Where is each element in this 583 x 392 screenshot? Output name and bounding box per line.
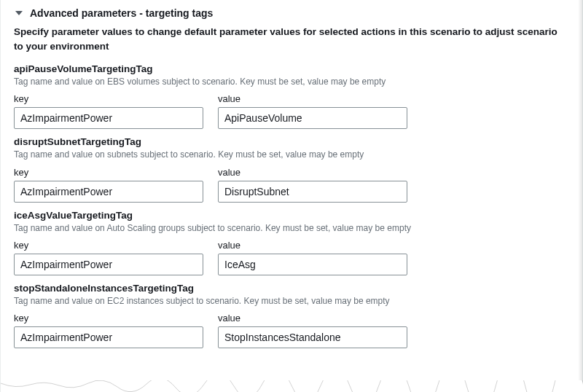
param-title: stopStandaloneInstancesTargetingTag [14, 283, 569, 294]
caret-down-icon [14, 8, 24, 18]
key-label: key [14, 240, 203, 251]
torn-edge-decoration [1, 380, 583, 392]
kv-row: key value [14, 240, 569, 275]
kv-row: key value [14, 313, 569, 348]
pane-shadow [578, 0, 582, 392]
kv-row: key value [14, 93, 569, 129]
svg-marker-0 [15, 11, 23, 15]
param-title: iceAsgValueTargetingTag [14, 210, 569, 221]
param-hint: Tag name and value on EC2 instances subj… [14, 295, 569, 307]
key-col: key [14, 93, 203, 129]
key-label: key [14, 167, 203, 178]
param-disruptSubnetTargetingTag: disruptSubnetTargetingTag Tag name and v… [14, 136, 569, 202]
value-input[interactable] [218, 107, 407, 129]
advanced-parameters-pane: Advanced parameters - targeting tags Spe… [0, 0, 583, 392]
value-label: value [218, 240, 407, 251]
value-input[interactable] [218, 181, 407, 203]
kv-row: key value [14, 167, 569, 203]
key-input[interactable] [14, 107, 203, 129]
param-title: disruptSubnetTargetingTag [14, 136, 569, 147]
key-label: key [14, 93, 203, 104]
param-title: apiPauseVolumeTargetingTag [14, 63, 569, 74]
value-label: value [218, 93, 407, 104]
key-input[interactable] [14, 326, 203, 348]
value-input[interactable] [218, 254, 407, 275]
param-hint: Tag name and value on subnets subject to… [14, 149, 569, 160]
value-label: value [218, 167, 407, 178]
param-iceAsgValueTargetingTag: iceAsgValueTargetingTag Tag name and val… [14, 210, 569, 275]
section-title: Advanced parameters - targeting tags [30, 7, 213, 19]
key-input[interactable] [14, 181, 203, 203]
section-header[interactable]: Advanced parameters - targeting tags [14, 4, 569, 25]
param-stopStandaloneInstancesTargetingTag: stopStandaloneInstancesTargetingTag Tag … [14, 283, 569, 348]
key-label: key [14, 313, 203, 324]
value-col: value [218, 93, 407, 129]
param-apiPauseVolumeTargetingTag: apiPauseVolumeTargetingTag Tag name and … [14, 63, 569, 129]
value-col: value [218, 167, 407, 203]
key-col: key [14, 240, 203, 275]
section-description: Specify parameter values to change defau… [14, 25, 569, 53]
value-input[interactable] [218, 326, 407, 348]
param-hint: Tag name and value on Auto Scaling group… [14, 222, 569, 234]
key-col: key [14, 313, 203, 348]
value-col: value [218, 240, 407, 275]
value-col: value [218, 313, 407, 348]
param-hint: Tag name and value on EBS volumes subjec… [14, 76, 569, 87]
key-input[interactable] [14, 254, 203, 275]
value-label: value [218, 313, 407, 324]
key-col: key [14, 167, 203, 203]
